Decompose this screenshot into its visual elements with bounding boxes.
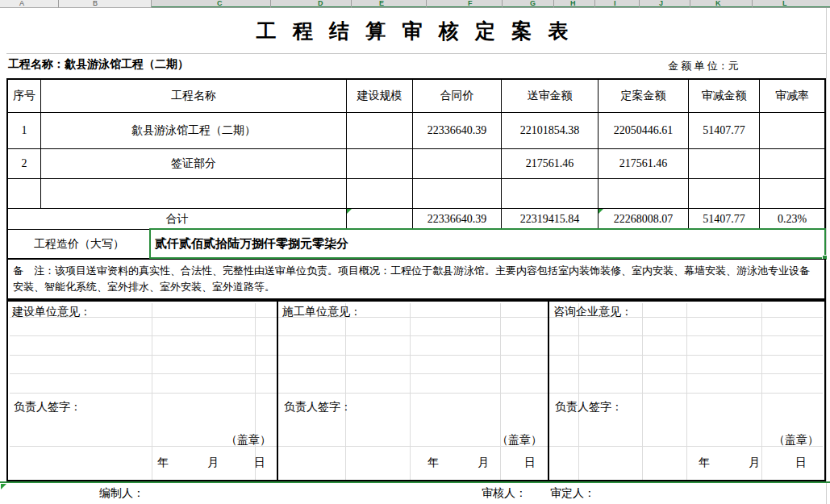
header-cell-reduction-rate[interactable]: 审减率: [760, 80, 824, 113]
opinion-title: 建设单位意见：: [12, 305, 91, 319]
title-divider: [6, 53, 826, 54]
preparer-label[interactable]: 编制人：: [99, 486, 144, 501]
cell-total-approved-amount[interactable]: 22268008.07: [599, 209, 689, 229]
opinion-box-contractor-unit[interactable]: 施工单位意见： 负责人签字： （盖章） 年 月 日: [277, 302, 548, 480]
column-divider: [752, 0, 753, 8]
cell-row1-reduction-rate[interactable]: [760, 113, 824, 149]
cell-row3-approved-amount[interactable]: [599, 179, 689, 209]
amount-words-cell-selected[interactable]: 贰仟贰佰贰拾陆万捌仟零捌元零柒分: [149, 228, 826, 259]
cell-total-reduction-rate[interactable]: 0.23%: [760, 209, 824, 229]
cell-total-submitted-amount[interactable]: 22319415.84: [502, 209, 599, 229]
opinion-box-consulting-firm[interactable]: 咨询企业意见： 负责人签字： （盖章） 年 月 日: [548, 302, 824, 480]
column-header-h[interactable]: H: [570, 0, 576, 7]
amount-unit-label[interactable]: 金 额 单 位：元: [668, 59, 739, 73]
approver-label[interactable]: 审定人：: [550, 486, 595, 501]
cell-row3-project-name[interactable]: [41, 179, 347, 209]
year-label: 年: [157, 456, 169, 470]
selected-columns-highlight: [151, 0, 830, 8]
header-cell-reduced-amount[interactable]: 审减金额: [689, 80, 760, 113]
cell-row2-reduction-rate[interactable]: [760, 149, 824, 179]
reviewer-label[interactable]: 审核人：: [482, 486, 527, 501]
column-header-k[interactable]: K: [715, 0, 721, 7]
form-title[interactable]: 工 程 结 算 审 核 定 案 表: [0, 18, 830, 44]
cell-row1-project-name[interactable]: 歙县游泳馆工程（二期）: [41, 113, 347, 149]
cell-row3-contract-price[interactable]: [413, 179, 502, 209]
cell-row3-scale[interactable]: [347, 179, 413, 209]
cell-row1-approved-amount[interactable]: 22050446.61: [599, 113, 689, 149]
column-divider: [690, 0, 690, 8]
seal-label: （盖章）: [226, 433, 271, 448]
header-cell-contract-price[interactable]: 合同价: [413, 80, 502, 113]
cell-row2-submitted-amount[interactable]: 217561.46: [502, 149, 599, 179]
project-name-label[interactable]: 工程名称：歙县游泳馆工程（二期）: [8, 57, 189, 72]
cell-row2-seq[interactable]: 2: [8, 149, 41, 179]
header-cell-approved-amount[interactable]: 定案金额: [599, 80, 689, 113]
cell-row1-scale[interactable]: [347, 113, 413, 149]
cell-row2-scale[interactable]: [347, 149, 413, 179]
sign-label: 负责人签字：: [555, 400, 623, 414]
cell-flag-icon: [1, 484, 6, 489]
cell-row1-seq[interactable]: 1: [8, 113, 41, 149]
header-cell-seq[interactable]: 序号: [8, 80, 41, 113]
cell-total-label[interactable]: 合计: [8, 209, 347, 229]
remark-cell[interactable]: 备 注：该项目送审资料的真实性、合法性、完整性由送审单位负责。项目概况：工程位于…: [6, 259, 826, 300]
seal-label: （盖章）: [774, 433, 819, 448]
column-header-strip: A B C D E F G H I J K L: [0, 0, 830, 8]
column-header-a[interactable]: A: [19, 0, 24, 7]
day-label: 日: [795, 456, 807, 470]
cell-total-scale[interactable]: [347, 209, 413, 229]
cell-row1-contract-price[interactable]: 22336640.39: [413, 113, 502, 149]
cell-row1-submitted-amount[interactable]: 22101854.38: [502, 113, 599, 149]
header-cell-project-name[interactable]: 工程名称: [41, 80, 347, 113]
header-cell-scale[interactable]: 建设规模: [347, 80, 413, 113]
column-divider: [553, 0, 554, 8]
opinion-box-construction-unit[interactable]: 建设单位意见： 负责人签字： （盖章） 年 月 日: [8, 302, 277, 480]
date-line: 年 月 日: [278, 456, 548, 473]
column-header-i[interactable]: I: [614, 0, 616, 7]
cell-row3-reduction-rate[interactable]: [760, 179, 824, 209]
column-divider: [594, 0, 595, 8]
column-header-j[interactable]: J: [659, 0, 663, 7]
header-cell-submitted-amount[interactable]: 送审金额: [502, 80, 599, 113]
seal-label: （盖章）: [497, 433, 542, 448]
cell-row1-reduced-amount[interactable]: 51407.77: [689, 113, 760, 149]
column-header-b[interactable]: B: [93, 0, 98, 7]
column-divider: [270, 0, 271, 8]
settlement-table: 序号 工程名称 建设规模 合同价 送审金额 定案金额 审减金额 审减率 1 歙县…: [6, 78, 826, 229]
cell-row3-submitted-amount[interactable]: [502, 179, 599, 209]
page-break-line: [0, 481, 830, 483]
column-header-e[interactable]: E: [379, 0, 384, 7]
column-header-g[interactable]: G: [530, 0, 536, 7]
cell-row2-contract-price[interactable]: [413, 149, 502, 179]
column-divider: [151, 0, 152, 8]
opinion-section: 建设单位意见： 负责人签字： （盖章） 年 月 日 施工单位意见： 负责人签字：…: [6, 300, 826, 481]
column-divider: [351, 0, 352, 8]
year-label: 年: [699, 456, 710, 470]
date-line: 年 月 日: [8, 456, 277, 473]
column-divider: [502, 0, 503, 8]
cell-row2-reduced-amount[interactable]: [689, 149, 760, 179]
column-header-l[interactable]: L: [782, 0, 787, 7]
day-label: 日: [524, 456, 536, 470]
column-divider: [639, 0, 640, 8]
column-header-c[interactable]: C: [217, 0, 223, 7]
cell-total-reduced-amount[interactable]: 51407.77: [689, 209, 760, 229]
cell-flag-icon: [347, 209, 352, 214]
column-header-d[interactable]: D: [318, 0, 323, 7]
amount-words-label[interactable]: 工程造价（大写）: [6, 229, 151, 259]
month-label: 月: [207, 456, 219, 470]
cell-row2-project-name[interactable]: 签证部分: [41, 149, 347, 179]
cell-total-contract-price[interactable]: 22336640.39: [413, 209, 502, 229]
cell-row2-approved-amount[interactable]: 217561.46: [599, 149, 689, 179]
column-divider: [426, 0, 427, 8]
day-label: 日: [254, 456, 265, 470]
year-label: 年: [428, 456, 439, 470]
date-line: 年 月 日: [549, 456, 824, 473]
month-label: 月: [478, 456, 489, 470]
cell-total-approved-value: 22268008.07: [614, 213, 674, 226]
cell-row3-seq[interactable]: [8, 179, 41, 209]
column-header-f[interactable]: F: [468, 0, 473, 7]
cell-flag-icon: [599, 209, 603, 214]
opinion-title: 咨询企业意见：: [553, 305, 632, 319]
cell-row3-reduced-amount[interactable]: [689, 179, 760, 209]
